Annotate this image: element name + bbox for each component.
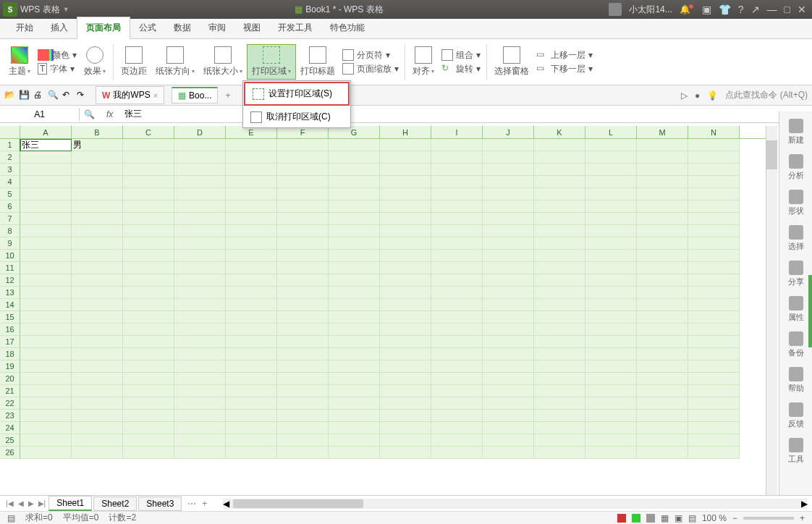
cell-D17[interactable] xyxy=(174,336,226,348)
cell-M12[interactable] xyxy=(637,274,688,287)
cell-K11[interactable] xyxy=(534,262,585,274)
cell-F13[interactable] xyxy=(277,287,329,299)
cell-E21[interactable] xyxy=(226,385,277,397)
tab-insert[interactable]: 插入 xyxy=(42,17,77,38)
row-header-8[interactable]: 8 xyxy=(0,225,20,237)
cell-E7[interactable] xyxy=(226,213,277,225)
cell-E23[interactable] xyxy=(226,410,277,422)
tab-data[interactable]: 数据 xyxy=(165,17,200,38)
effect-button[interactable]: 效果▾ xyxy=(80,45,110,79)
cell-N26[interactable] xyxy=(688,447,740,459)
minimize-button[interactable]: — xyxy=(767,4,777,15)
cell-N14[interactable] xyxy=(688,299,740,311)
cell-F18[interactable] xyxy=(277,348,329,360)
cell-B17[interactable] xyxy=(72,336,123,348)
cell-J7[interactable] xyxy=(483,213,534,225)
cell-J22[interactable] xyxy=(483,397,534,410)
cell-E11[interactable] xyxy=(226,262,277,274)
zoom-level[interactable]: 100 % xyxy=(702,513,727,523)
cell-N8[interactable] xyxy=(688,225,740,237)
cell-K26[interactable] xyxy=(534,447,585,459)
side-item-4[interactable]: 分享 xyxy=(788,261,804,287)
cell-I14[interactable] xyxy=(431,299,483,311)
cell-D18[interactable] xyxy=(174,348,226,360)
cell-G9[interactable] xyxy=(329,237,380,250)
user-name[interactable]: 小太阳14... xyxy=(629,4,672,16)
cell-I22[interactable] xyxy=(431,397,483,410)
color-green[interactable] xyxy=(632,514,640,523)
cell-L11[interactable] xyxy=(585,262,637,274)
cell-J3[interactable] xyxy=(483,164,534,176)
cell-D3[interactable] xyxy=(174,164,226,176)
cell-H19[interactable] xyxy=(380,360,431,373)
cell-C18[interactable] xyxy=(123,348,174,360)
sheet-tab-3[interactable]: Sheet3 xyxy=(138,496,182,511)
cell-K10[interactable] xyxy=(534,250,585,262)
cell-J14[interactable] xyxy=(483,299,534,311)
sheet-tab-2[interactable]: Sheet2 xyxy=(93,496,137,511)
color-gray[interactable] xyxy=(646,514,655,523)
tab-view[interactable]: 视图 xyxy=(234,17,269,38)
cell-C12[interactable] xyxy=(123,274,174,287)
cell-G20[interactable] xyxy=(329,373,380,385)
cell-G6[interactable] xyxy=(329,200,380,213)
side-item-9[interactable]: 工具 xyxy=(788,438,804,465)
cell-B25[interactable] xyxy=(72,434,123,447)
select-all-corner[interactable] xyxy=(0,126,20,138)
cell-F15[interactable] xyxy=(277,311,329,324)
cell-A15[interactable] xyxy=(20,311,72,324)
cell-L17[interactable] xyxy=(585,336,637,348)
cell-G14[interactable] xyxy=(329,299,380,311)
cell-E3[interactable] xyxy=(226,164,277,176)
sheet-nav-last[interactable]: ▶| xyxy=(37,499,48,507)
cell-G10[interactable] xyxy=(329,250,380,262)
close-button[interactable]: ✕ xyxy=(798,4,806,15)
theme-button[interactable]: 主题▾ xyxy=(4,45,35,79)
cell-B8[interactable] xyxy=(72,225,123,237)
cell-D16[interactable] xyxy=(174,324,226,336)
cell-B24[interactable] xyxy=(72,422,123,434)
row-header-15[interactable]: 15 xyxy=(0,311,20,324)
cell-G11[interactable] xyxy=(329,262,380,274)
size-button[interactable]: 纸张大小▾ xyxy=(199,45,247,79)
cell-G22[interactable] xyxy=(329,397,380,410)
cell-C24[interactable] xyxy=(123,422,174,434)
cell-N20[interactable] xyxy=(688,373,740,385)
cell-B23[interactable] xyxy=(72,410,123,422)
cell-B21[interactable] xyxy=(72,385,123,397)
cell-M15[interactable] xyxy=(637,311,688,324)
cell-L24[interactable] xyxy=(585,422,637,434)
cell-C16[interactable] xyxy=(123,324,174,336)
cell-G24[interactable] xyxy=(329,422,380,434)
cell-M22[interactable] xyxy=(637,397,688,410)
col-header-I[interactable]: I xyxy=(431,126,483,138)
color-button[interactable]: 颜色▾ xyxy=(35,48,80,62)
cell-J23[interactable] xyxy=(483,410,534,422)
cell-J16[interactable] xyxy=(483,324,534,336)
cell-A6[interactable] xyxy=(20,200,72,213)
cell-N16[interactable] xyxy=(688,324,740,336)
cell-I1[interactable] xyxy=(431,139,483,151)
cell-D25[interactable] xyxy=(174,434,226,447)
cell-F5[interactable] xyxy=(277,188,329,200)
cell-J24[interactable] xyxy=(483,422,534,434)
cell-G21[interactable] xyxy=(329,385,380,397)
cell-N2[interactable] xyxy=(688,151,740,164)
cell-G4[interactable] xyxy=(329,176,380,188)
cell-B4[interactable] xyxy=(72,176,123,188)
cell-E13[interactable] xyxy=(226,287,277,299)
cell-K16[interactable] xyxy=(534,324,585,336)
cell-C13[interactable] xyxy=(123,287,174,299)
cell-L12[interactable] xyxy=(585,274,637,287)
cell-F7[interactable] xyxy=(277,213,329,225)
tab-formula[interactable]: 公式 xyxy=(130,17,165,38)
cell-A18[interactable] xyxy=(20,348,72,360)
cell-H1[interactable] xyxy=(380,139,431,151)
cell-J11[interactable] xyxy=(483,262,534,274)
row-header-2[interactable]: 2 xyxy=(0,151,20,164)
cell-J12[interactable] xyxy=(483,274,534,287)
cell-C15[interactable] xyxy=(123,311,174,324)
cell-L18[interactable] xyxy=(585,348,637,360)
shirt-icon[interactable]: 👕 xyxy=(719,4,731,15)
cell-E19[interactable] xyxy=(226,360,277,373)
